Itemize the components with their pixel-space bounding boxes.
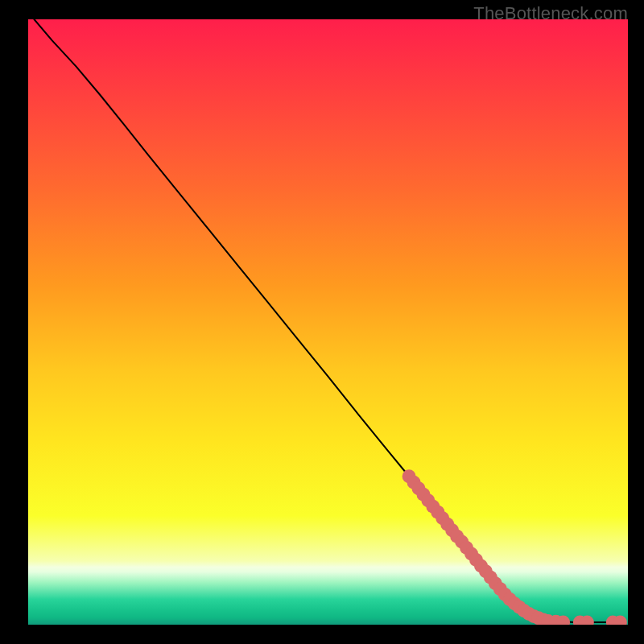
figure-container: TheBottleneck.com (0, 0, 644, 644)
plot-area (28, 19, 628, 625)
chart-curve-layer (28, 19, 628, 625)
bottleneck-curve (34, 19, 621, 622)
